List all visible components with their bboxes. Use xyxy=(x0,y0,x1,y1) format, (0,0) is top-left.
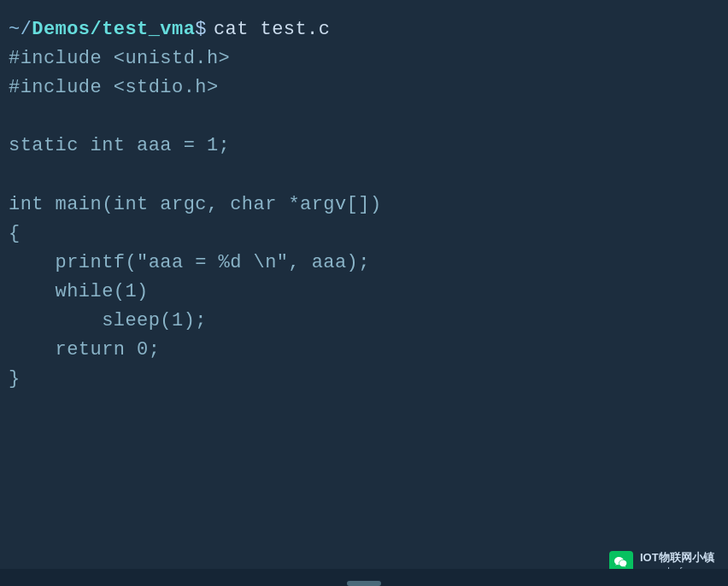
watermark-main-text: IOT物联网小镇 xyxy=(640,550,714,565)
code-line-sleep: sleep(1); xyxy=(9,307,719,336)
code-line-main: int main(int argc, char *argv[]) xyxy=(9,190,719,220)
prompt-tilde: ~/ xyxy=(9,15,32,44)
terminal-content: ~/Demos/test_vma$ cat test.c #include <u… xyxy=(9,15,719,394)
scrollbar-indicator[interactable] xyxy=(347,581,381,586)
prompt-dollar: $ xyxy=(195,15,207,44)
code-line-while: while(1) xyxy=(9,278,719,307)
terminal-window: ~/Demos/test_vma$ cat test.c #include <u… xyxy=(0,0,728,586)
code-line-static: static int aaa = 1; xyxy=(9,132,719,161)
code-line-return: return 0; xyxy=(9,336,719,365)
code-line-close-brace: } xyxy=(9,365,719,394)
prompt-line: ~/Demos/test_vma$ cat test.c xyxy=(9,15,719,44)
prompt-command: cat test.c xyxy=(214,15,330,44)
code-line-include2: #include <stdio.h> xyxy=(9,73,719,103)
code-line-blank1 xyxy=(9,103,719,132)
code-line-include1: #include <unistd.h> xyxy=(9,44,719,73)
prompt-path: Demos/test_vma xyxy=(32,15,195,44)
code-line-blank2 xyxy=(9,161,719,190)
code-line-open-brace: { xyxy=(9,220,719,249)
code-line-printf: printf("aaa = %d \n", aaa); xyxy=(9,249,719,278)
bottom-bar xyxy=(0,569,728,586)
